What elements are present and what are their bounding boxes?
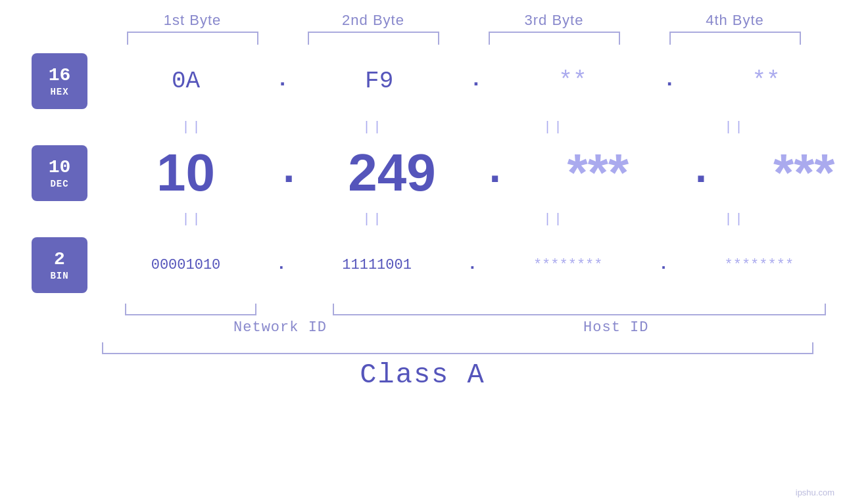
hex-val-2: F9 [365,68,393,95]
network-id-label: Network ID [204,319,356,336]
bin-byte-4: ******** [669,257,845,273]
bin-byte-2: 11111001 [287,257,468,273]
header-byte-1: 1st Byte [102,12,283,29]
eq2-2: || [283,212,464,227]
bracket-4 [644,32,825,45]
dec-val-2: 249 [348,143,435,203]
top-brackets [102,32,845,45]
bottom-bracket-area: Network ID Host ID [102,304,845,336]
dec-badge-label: DEC [50,179,68,189]
dot-bin-2: . [468,254,478,275]
bracket-3 [464,32,644,45]
equals-row-2: || || || || [102,209,845,229]
dot-dec-1: . [276,147,301,198]
class-label: Class A [0,359,845,391]
dec-row: 10 DEC 10 . 249 . *** . *** [0,137,845,209]
main-container: 1st Byte 2nd Byte 3rd Byte 4th Byte 16 H… [0,0,845,504]
host-id-label: Host ID [387,319,845,336]
network-bracket [102,304,279,315]
hex-val-1: 0A [172,68,200,95]
dec-val-3: *** [567,143,629,203]
dec-byte-1: 10 [95,143,276,203]
label-row: Network ID Host ID [204,319,845,336]
bottom-brackets [102,304,845,315]
hex-byte-3: ** [482,68,663,95]
bin-badge-label: BIN [50,271,68,281]
eq2-1: || [102,212,283,227]
hex-badge: 16 HEX [32,53,87,109]
dec-byte-3: *** [508,143,688,203]
hex-byte-4: ** [676,68,845,95]
host-bracket [314,304,845,315]
dot-bin-1: . [276,254,287,275]
dec-val-1: 10 [157,143,215,203]
header-byte-2: 2nd Byte [283,12,464,29]
bracket-1 [102,32,283,45]
hex-row: 16 HEX 0A . F9 . ** . ** [0,45,845,117]
eq-1: || [102,120,283,135]
dot-2: . [470,68,482,95]
bin-val-2: 11111001 [342,257,412,273]
bin-badge-number: 2 [54,248,65,271]
bin-row: 2 BIN 00001010 . 11111001 . ******** . *… [0,229,845,301]
hex-byte-1: 0A [95,68,276,95]
header-byte-4: 4th Byte [644,12,825,29]
watermark: ipshu.com [796,488,834,497]
bin-values: 00001010 . 11111001 . ******** . *******… [95,254,845,275]
bin-badge: 2 BIN [32,237,87,293]
hex-val-3: ** [558,68,587,95]
byte-headers: 1st Byte 2nd Byte 3rd Byte 4th Byte [102,0,845,29]
header-byte-3: 3rd Byte [464,12,644,29]
hex-byte-2: F9 [289,68,470,95]
dec-byte-4: *** [713,143,845,203]
hex-badge-number: 16 [49,64,71,87]
eq-4: || [644,120,825,135]
eq-3: || [464,120,644,135]
dec-values: 10 . 249 . *** . *** [95,143,845,203]
dec-byte-2: 249 [301,143,482,203]
hex-val-4: ** [752,68,781,95]
dec-badge-number: 10 [49,156,71,179]
bin-byte-1: 00001010 [95,257,276,273]
equals-row-1: || || || || [102,117,845,137]
bin-val-4: ******** [725,257,794,273]
eq-2: || [283,120,464,135]
dot-1: . [276,68,289,95]
bracket-2 [283,32,464,45]
hex-badge-label: HEX [50,87,68,97]
bin-val-1: 00001010 [151,257,221,273]
bin-byte-3: ******** [477,257,658,273]
eq2-3: || [464,212,644,227]
hex-values: 0A . F9 . ** . ** [95,68,845,95]
dot-3: . [663,68,675,95]
full-bracket-row [102,342,813,354]
dot-dec-2: . [482,147,507,198]
dot-bin-3: . [658,254,669,275]
eq2-4: || [644,212,825,227]
dec-val-4: *** [773,143,834,203]
bin-val-3: ******** [533,257,603,273]
dec-badge: 10 DEC [32,145,87,201]
dot-dec-3: . [688,147,713,198]
